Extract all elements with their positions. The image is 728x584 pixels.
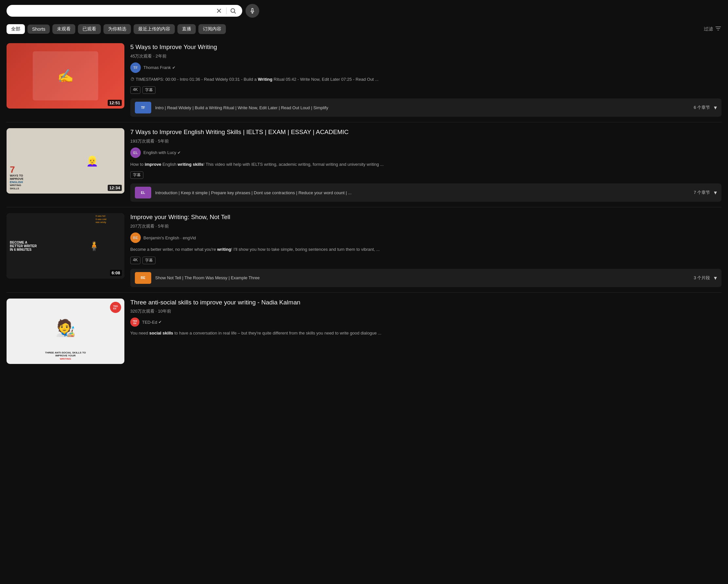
verified-icon-2: ✔ xyxy=(177,150,181,155)
result-meta-4: 320万次观看 · 10年前 xyxy=(130,308,722,314)
chapter-thumb-2: EL xyxy=(135,187,151,198)
result-item-1: ✍️ 12:51 5 Ways to Improve Your Writing … xyxy=(6,37,722,122)
expand-icon-2[interactable]: ▾ xyxy=(714,189,717,196)
result-title-4[interactable]: Three anti-social skills to improve your… xyxy=(130,299,722,307)
mic-button[interactable] xyxy=(245,4,259,18)
result-desc-3: Become a better writer, no matter what y… xyxy=(130,246,722,253)
badge-sub-2: 字幕 xyxy=(130,171,144,179)
channel-name-2[interactable]: English with Lucy ✔ xyxy=(144,150,181,155)
result-desc-1: ⏱ TIMESTAMPS: 00:00 - Intro 01:36 - Read… xyxy=(130,76,722,83)
result-item-3: BECOME ABETTER WRITERIN 6 MINUTES 🧍 It w… xyxy=(6,207,722,292)
search-bar: improve writing skills xyxy=(0,0,728,22)
result-info-2: 7 Ways to Improve English Writing Skills… xyxy=(130,128,722,202)
badge-sub-1: 字幕 xyxy=(142,86,155,94)
badge-sub-3: 字幕 xyxy=(142,257,155,264)
badges-2: 字幕 xyxy=(130,171,722,179)
badge-4k-1: 4K xyxy=(130,86,140,94)
result-title-1[interactable]: 5 Ways to Improve Your Writing xyxy=(130,43,722,51)
filter-right: 过滤 xyxy=(704,25,722,33)
filter-row: 全部 Shorts 未观看 已观看 为你精选 最近上传的内容 直播 订阅内容 过… xyxy=(0,22,728,37)
chapter-count-2: 7 个章节 xyxy=(694,190,710,196)
video-duration-2: 12:34 xyxy=(108,185,122,191)
chapter-count-1: 6 个章节 xyxy=(694,105,710,111)
chip-subscribed[interactable]: 订阅内容 xyxy=(198,24,226,34)
result-title-3[interactable]: Improve your Writing: Show, Not Tell xyxy=(130,213,722,221)
chapter-text-2: Introduction | Keep it simple | Prepare … xyxy=(155,190,690,195)
result-meta-3: 207万次观看 · 5年前 xyxy=(130,223,722,229)
result-desc-4: You need social skills to have a convers… xyxy=(130,330,722,336)
chapter-thumb-3: BE xyxy=(135,272,151,284)
chapters-strip-1[interactable]: TF Intro | Read Widely | Build a Writing… xyxy=(130,99,722,117)
expand-icon-3[interactable]: ▾ xyxy=(714,274,717,281)
filter-sort-button[interactable] xyxy=(715,25,722,33)
verified-icon-4: ✔ xyxy=(158,320,162,324)
channel-name-1[interactable]: Thomas Frank ✔ xyxy=(144,65,176,70)
channel-name-4[interactable]: TED-Ed ✔ xyxy=(142,320,162,325)
result-meta-1: 45万次观看 · 2年前 xyxy=(130,53,722,59)
chapter-thumb-1: TF xyxy=(135,102,151,113)
result-meta-2: 193万次观看 · 5年前 xyxy=(130,138,722,144)
expand-icon-1[interactable]: ▾ xyxy=(714,104,717,111)
result-item-2: 7 WAYS TOIMPROVEENGLISHWRITINGSKILLS 👱‍♀… xyxy=(6,122,722,207)
chip-shorts[interactable]: Shorts xyxy=(27,25,50,34)
badge-4k-3: 4K xyxy=(130,257,140,264)
thumbnail-3[interactable]: BECOME ABETTER WRITERIN 6 MINUTES 🧍 It w… xyxy=(6,213,124,279)
results-list: ✍️ 12:51 5 Ways to Improve Your Writing … xyxy=(0,37,728,369)
channel-row-4: TEDEd TED-Ed ✔ xyxy=(130,317,722,327)
result-title-2[interactable]: 7 Ways to Improve English Writing Skills… xyxy=(130,128,722,136)
video-duration-1: 12:51 xyxy=(108,100,122,106)
chip-watched[interactable]: 已观看 xyxy=(78,24,101,34)
result-info-1: 5 Ways to Improve Your Writing 45万次观看 · … xyxy=(130,43,722,117)
channel-row-3: BE Benjamin's English · engVid xyxy=(130,232,722,243)
chapter-text-3: Show Not Tell | The Room Was Messy | Exa… xyxy=(155,275,690,280)
result-info-4: Three anti-social skills to improve your… xyxy=(130,299,722,364)
result-item-4: TEDEd THREE ANTI-SOCIAL SKILLS TOIMPROVE… xyxy=(6,293,722,369)
chapter-text-1: Intro | Read Widely | Build a Writing Ri… xyxy=(155,105,690,110)
chapters-strip-2[interactable]: EL Introduction | Keep it simple | Prepa… xyxy=(130,184,722,202)
channel-avatar-4: TEDEd xyxy=(130,317,139,327)
chapter-count-3: 3 个片段 xyxy=(694,275,710,281)
svg-line-3 xyxy=(234,12,236,13)
channel-row-2: EL English with Lucy ✔ xyxy=(130,147,722,158)
channel-avatar-2: EL xyxy=(130,147,141,158)
chip-unwatched[interactable]: 未观看 xyxy=(52,24,75,34)
chip-recent[interactable]: 最近上传的内容 xyxy=(134,24,175,34)
clear-button[interactable] xyxy=(216,7,222,14)
search-button[interactable] xyxy=(226,7,236,14)
filter-label[interactable]: 过滤 xyxy=(704,26,713,32)
search-input[interactable]: improve writing skills xyxy=(12,8,213,14)
badges-1: 4K 字幕 xyxy=(130,86,722,94)
channel-avatar-3: BE xyxy=(130,232,141,243)
chapters-strip-3[interactable]: BE Show Not Tell | The Room Was Messy | … xyxy=(130,269,722,287)
result-desc-2: How to improve English writing skills! T… xyxy=(130,161,722,168)
chip-all[interactable]: 全部 xyxy=(6,24,25,34)
badges-3: 4K 字幕 xyxy=(130,257,722,264)
thumbnail-4[interactable]: TEDEd THREE ANTI-SOCIAL SKILLS TOIMPROVE… xyxy=(6,299,124,364)
result-info-3: Improve your Writing: Show, Not Tell 207… xyxy=(130,213,722,287)
search-input-wrap: improve writing skills xyxy=(6,5,242,17)
channel-name-3[interactable]: Benjamin's English · engVid xyxy=(144,235,196,240)
verified-icon-1: ✔ xyxy=(172,65,176,70)
video-duration-3: 6:08 xyxy=(110,270,122,276)
thumbnail-2[interactable]: 7 WAYS TOIMPROVEENGLISHWRITINGSKILLS 👱‍♀… xyxy=(6,128,124,194)
chip-live[interactable]: 直播 xyxy=(177,24,196,34)
thumbnail-1[interactable]: ✍️ 12:51 xyxy=(6,43,124,109)
channel-row-1: TF Thomas Frank ✔ xyxy=(130,62,722,73)
chip-for-you[interactable]: 为你精选 xyxy=(103,24,131,34)
channel-avatar-1: TF xyxy=(130,62,141,73)
